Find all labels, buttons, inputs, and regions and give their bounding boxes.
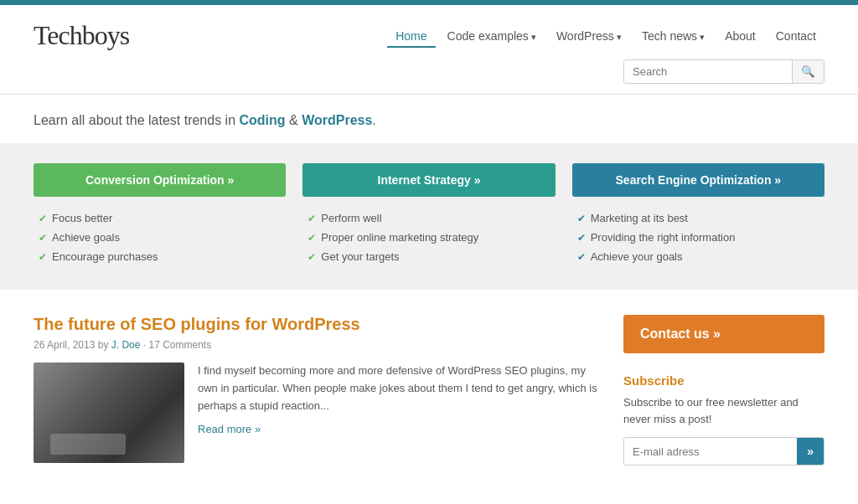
conversion-optimization-button[interactable]: Conversion Optimization » <box>34 163 286 197</box>
nav-contact[interactable]: Contact <box>768 24 824 48</box>
subscribe-button[interactable]: » <box>797 438 824 465</box>
features-grid: Conversion Optimization » Focus better A… <box>34 163 824 266</box>
list-item: Providing the right information <box>577 228 819 247</box>
header: Techboys Home Code examples WordPress Te… <box>0 5 858 51</box>
post-title[interactable]: The future of SEO plugins for WordPress <box>34 315 598 334</box>
subscribe-form: » <box>623 437 824 465</box>
list-item: Encourage purchases <box>39 247 281 266</box>
read-more-link[interactable]: Read more » <box>198 421 598 439</box>
internet-strategy-button[interactable]: Internet Strategy » <box>302 163 555 197</box>
feature-col-seo: Search Engine Optimization » Marketing a… <box>572 163 824 266</box>
post-date: 26 April, 2013 <box>34 339 95 351</box>
list-item: Achieve goals <box>39 228 281 247</box>
internet-list: Perform well Proper online marketing str… <box>302 208 555 266</box>
nav-wordpress[interactable]: WordPress <box>548 24 630 48</box>
post-comments: 17 Comments <box>148 339 211 351</box>
feature-col-conversion: Conversion Optimization » Focus better A… <box>34 163 286 266</box>
hero-bold-coding: Coding <box>240 113 286 127</box>
contact-us-button[interactable]: Contact us » <box>623 315 824 353</box>
search-input[interactable] <box>624 60 792 83</box>
nav-home[interactable]: Home <box>387 24 435 48</box>
post-meta: 26 April, 2013 by J. Doe · 17 Comments <box>34 339 598 351</box>
list-item: Perform well <box>308 208 550 228</box>
list-item: Get your targets <box>308 247 550 266</box>
email-input[interactable] <box>624 438 797 465</box>
main-nav: Home Code examples WordPress Tech news A… <box>387 24 824 48</box>
seo-button[interactable]: Search Engine Optimization » <box>572 163 824 197</box>
feature-col-internet: Internet Strategy » Perform well Proper … <box>302 163 555 266</box>
search-button[interactable]: 🔍 <box>792 60 824 83</box>
features-section: Conversion Optimization » Focus better A… <box>0 143 858 290</box>
hero-section: Learn all about the latest trends in Cod… <box>0 95 858 143</box>
post-image <box>34 363 184 463</box>
hero-bold-wordpress: WordPress <box>302 113 372 127</box>
nav-about[interactable]: About <box>716 24 764 48</box>
subscribe-text: Subscribe to our free newsletter and nev… <box>623 394 824 427</box>
seo-list: Marketing at its best Providing the righ… <box>572 208 824 266</box>
subscribe-title: Subscribe <box>623 373 824 388</box>
list-item: Proper online marketing strategy <box>308 228 550 247</box>
post-text-area: I find myself becoming more and more def… <box>198 363 598 463</box>
list-item: Focus better <box>39 208 281 228</box>
search-row: 🔍 <box>0 51 858 94</box>
post-body: I find myself becoming more and more def… <box>34 363 598 463</box>
main-content: The future of SEO plugins for WordPress … <box>0 290 858 491</box>
post-author[interactable]: J. Doe <box>111 339 141 351</box>
hero-text: Learn all about the latest trends in Cod… <box>34 113 376 127</box>
post-excerpt: I find myself becoming more and more def… <box>198 364 597 412</box>
logo: Techboys <box>34 20 129 51</box>
conversion-list: Focus better Achieve goals Encourage pur… <box>34 208 286 266</box>
nav-code-examples[interactable]: Code examples <box>439 24 545 48</box>
posts-area: The future of SEO plugins for WordPress … <box>34 315 598 465</box>
list-item: Achieve your goals <box>577 247 819 266</box>
nav-tech-news[interactable]: Tech news <box>633 24 713 48</box>
list-item: Marketing at its best <box>577 208 819 228</box>
search-box: 🔍 <box>623 59 824 84</box>
sidebar: Contact us » Subscribe Subscribe to our … <box>623 315 824 465</box>
